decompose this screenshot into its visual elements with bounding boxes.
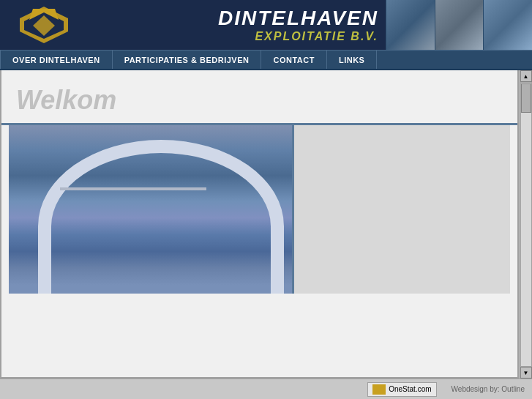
welcome-heading: Welkom — [1, 70, 517, 123]
nav-item-links[interactable]: LINKS — [327, 51, 378, 69]
scroll-down-button[interactable]: ▼ — [520, 367, 532, 379]
main-content: Welkom — [0, 70, 519, 379]
onestat-icon — [372, 384, 386, 395]
scroll-thumb[interactable] — [521, 83, 531, 113]
scroll-up-button[interactable]: ▲ — [520, 70, 532, 82]
header-image-3 — [483, 0, 532, 50]
nav-item-over-dintelhaven[interactable]: OVER DINTELHAVEN — [0, 51, 113, 69]
scroll-track — [520, 82, 532, 367]
nav-item-contact[interactable]: CONTACT — [261, 51, 326, 69]
content-images — [1, 123, 517, 291]
header-images — [386, 0, 532, 50]
footer: OneStat.com Webdesign by: Outline — [0, 379, 532, 399]
nav-item-participaties[interactable]: PARTICIPATIES & BEDRIJVEN — [113, 51, 262, 69]
logo-area — [0, 0, 88, 50]
site-header: DINTELHAVEN EXPLOITATIE B.V. — [0, 0, 532, 50]
bridge-image — [9, 125, 294, 294]
scrollbar[interactable]: ▲ ▼ — [519, 70, 532, 379]
navigation-bar: OVER DINTELHAVEN PARTICIPATIES & BEDRIJV… — [0, 50, 532, 70]
company-name: DINTELHAVEN — [218, 7, 378, 30]
right-image — [294, 125, 510, 294]
header-image-1 — [386, 0, 435, 50]
company-logo — [18, 5, 70, 45]
onestat-badge[interactable]: OneStat.com — [367, 382, 436, 397]
title-area: DINTELHAVEN EXPLOITATIE B.V. — [88, 0, 386, 50]
main-wrapper: Welkom ▲ ▼ — [0, 70, 532, 379]
webdesign-credit: Webdesign by: Outline — [452, 385, 525, 393]
company-subtitle: EXPLOITATIE B.V. — [255, 30, 378, 43]
header-image-2 — [435, 0, 484, 50]
onestat-label: OneStat.com — [389, 385, 431, 393]
